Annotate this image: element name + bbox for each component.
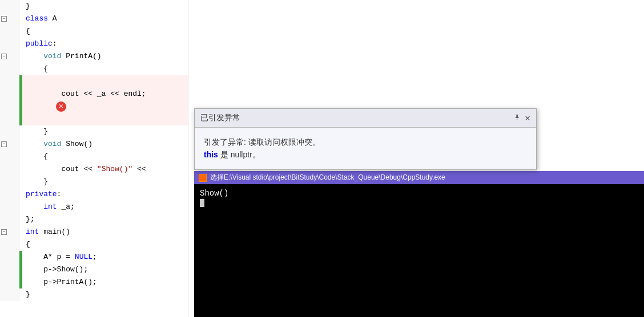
gutter-17 bbox=[0, 238, 19, 251]
console-cursor bbox=[200, 199, 204, 207]
gutter-5: − bbox=[0, 50, 19, 63]
code-text-12: } bbox=[22, 176, 188, 188]
code-line-16: − int main() bbox=[0, 226, 188, 238]
gutter-19 bbox=[0, 263, 19, 276]
collapse-class-icon[interactable]: − bbox=[1, 16, 7, 22]
code-line-7: cout << _a << endl; ✕ bbox=[0, 75, 188, 125]
code-text-7: cout << _a << endl; ✕ bbox=[22, 75, 188, 125]
code-line-6: { bbox=[0, 63, 188, 75]
gutter-18 bbox=[0, 251, 19, 263]
dialog-body: 引发了异常: 读取访问权限冲突。 this 是 nullptr。 bbox=[195, 128, 536, 169]
code-editor: } − class A { public: − void PrintA() { bbox=[0, 0, 188, 317]
collapse-main-icon[interactable]: − bbox=[1, 229, 7, 235]
code-line-5: − void PrintA() bbox=[0, 50, 188, 63]
code-line-20: p->PrintA(); bbox=[0, 276, 188, 288]
console-content: Show() bbox=[194, 184, 644, 212]
collapse-show-icon[interactable]: − bbox=[1, 141, 7, 147]
console-area: 选择E:\Visual stdio\project\BitStudy\Code\… bbox=[194, 171, 644, 317]
code-text-1: } bbox=[22, 0, 188, 13]
dialog-controls: 🖈 ✕ bbox=[513, 112, 530, 124]
code-line-8: } bbox=[0, 125, 188, 138]
code-text-15: }; bbox=[22, 213, 188, 226]
exception-message-1: 引发了异常: 读取访问权限冲突。 bbox=[204, 136, 527, 148]
code-line-9: − void Show() bbox=[0, 138, 188, 151]
pin-icon[interactable]: 🖈 bbox=[513, 113, 521, 123]
gutter-7 bbox=[0, 75, 19, 125]
gutter-21 bbox=[0, 288, 19, 301]
code-text-20: p->PrintA(); bbox=[22, 276, 188, 288]
gutter-3 bbox=[0, 25, 19, 38]
gutter-6 bbox=[0, 63, 19, 75]
gutter-16: − bbox=[0, 226, 19, 238]
gutter-10 bbox=[0, 151, 19, 163]
gutter-1 bbox=[0, 0, 19, 13]
gutter-14 bbox=[0, 201, 19, 213]
code-text-16: int main() bbox=[22, 226, 188, 238]
gutter-13 bbox=[0, 188, 19, 201]
code-line-17: { bbox=[0, 238, 188, 251]
exception-dialog: 已引发异常 🖈 ✕ 引发了异常: 读取访问权限冲突。 this 是 nullpt… bbox=[194, 108, 537, 170]
code-line-14: int _a; bbox=[0, 201, 188, 213]
code-text-8: } bbox=[22, 125, 188, 138]
error-icon: ✕ bbox=[56, 101, 66, 112]
code-text-2: class A bbox=[22, 13, 188, 25]
console-app-icon bbox=[199, 174, 207, 182]
code-line-2: − class A bbox=[0, 13, 188, 25]
code-text-10: { bbox=[22, 151, 188, 163]
this-keyword: this bbox=[204, 150, 218, 159]
code-line-19: p->Show(); bbox=[0, 263, 188, 276]
code-line-13: private: bbox=[0, 188, 188, 201]
console-title-path: 选择E:\Visual stdio\project\BitStudy\Code\… bbox=[210, 173, 445, 182]
code-text-13: private: bbox=[22, 188, 188, 201]
code-line-15: }; bbox=[0, 213, 188, 226]
console-cursor-line bbox=[200, 198, 638, 207]
gutter-2: − bbox=[0, 13, 19, 25]
gutter-11 bbox=[0, 163, 19, 176]
dialog-titlebar: 已引发异常 🖈 ✕ bbox=[195, 109, 536, 128]
gutter-15 bbox=[0, 213, 19, 226]
code-line-4: public: bbox=[0, 38, 188, 50]
dialog-title: 已引发异常 bbox=[200, 113, 240, 123]
code-text-5: void PrintA() bbox=[22, 50, 188, 63]
code-line-11: cout << "Show()" << bbox=[0, 163, 188, 176]
code-text-9: void Show() bbox=[22, 138, 188, 151]
code-line-18: A* p = NULL; bbox=[0, 251, 188, 263]
exception-message-2: this 是 nullptr。 bbox=[204, 148, 527, 161]
gutter-8 bbox=[0, 125, 19, 138]
code-line-3: { bbox=[0, 25, 188, 38]
gutter-12 bbox=[0, 176, 19, 188]
code-text-14: int _a; bbox=[22, 201, 188, 213]
exception-message-2-middle: 是 nullptr。 bbox=[218, 150, 260, 159]
code-text-19: p->Show(); bbox=[22, 263, 188, 276]
code-text-17: { bbox=[22, 238, 188, 251]
gutter-9: − bbox=[0, 138, 19, 151]
code-line-10: { bbox=[0, 151, 188, 163]
console-output-line1: Show() bbox=[200, 189, 638, 198]
code-line-1: } bbox=[0, 0, 188, 13]
code-text-18: A* p = NULL; bbox=[22, 251, 188, 263]
code-text-3: { bbox=[22, 25, 188, 38]
code-text-11: cout << "Show()" << bbox=[22, 163, 188, 176]
code-line-21: } bbox=[0, 288, 188, 301]
console-titlebar: 选择E:\Visual stdio\project\BitStudy\Code\… bbox=[194, 171, 644, 184]
code-line-12: } bbox=[0, 176, 188, 188]
collapse-printa-icon[interactable]: − bbox=[1, 54, 7, 59]
dialog-close-button[interactable]: ✕ bbox=[525, 112, 530, 124]
gutter-20 bbox=[0, 276, 19, 288]
code-text-4: public: bbox=[22, 38, 188, 50]
gutter-4 bbox=[0, 38, 19, 50]
code-text-6: { bbox=[22, 63, 188, 75]
code-text-21: } bbox=[22, 288, 188, 301]
